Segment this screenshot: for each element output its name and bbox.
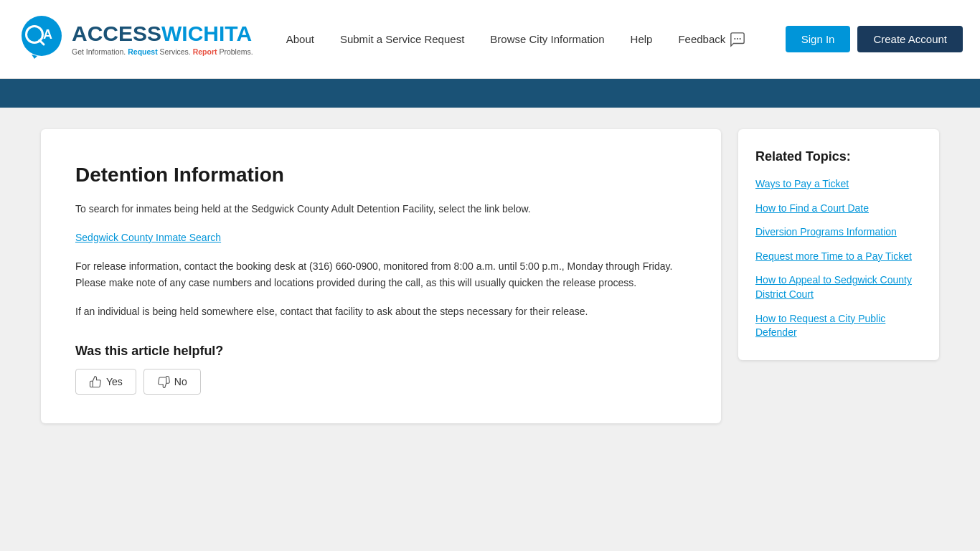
helpful-section: Was this article helpful? Yes No [75, 344, 687, 395]
feedback-icon [730, 32, 745, 47]
article-para3: If an individual is being held somewhere… [75, 303, 687, 321]
related-title: Related Topics: [755, 149, 922, 164]
create-account-button[interactable]: Create Account [857, 26, 963, 52]
thumbs-down-icon [157, 375, 170, 388]
logo-icon: A ACCESSWICHITA Get Information. Request… [17, 14, 253, 63]
related-card: Related Topics: Ways to Pay a Ticket How… [738, 129, 939, 360]
nav-about[interactable]: About [276, 27, 324, 51]
related-link-4[interactable]: How to Appeal to Sedgwick County Distric… [755, 274, 912, 300]
article-title: Detention Information [75, 164, 687, 187]
svg-point-7 [737, 37, 738, 39]
header-buttons: Sign In Create Account [786, 26, 963, 52]
article-para2: For release information, contact the boo… [75, 258, 687, 293]
related-link-5[interactable]: How to Request a City Public Defender [755, 313, 885, 339]
yes-label: Yes [106, 376, 123, 387]
inmate-search-link[interactable]: Sedgwick County Inmate Search [75, 232, 221, 243]
svg-point-8 [740, 37, 741, 39]
related-link-2[interactable]: Diversion Programs Information [755, 226, 897, 237]
related-link-3[interactable]: Request more Time to a Pay Ticket [755, 250, 912, 262]
logo-access: ACCESS [72, 22, 161, 46]
logo-text-block: ACCESSWICHITA Get Information. Request S… [72, 22, 253, 56]
helpful-title: Was this article helpful? [75, 344, 687, 359]
header: A ACCESSWICHITA Get Information. Request… [0, 0, 980, 79]
nav-help[interactable]: Help [621, 27, 663, 51]
signin-button[interactable]: Sign In [786, 26, 851, 52]
svg-point-6 [735, 37, 736, 39]
related-item-2[interactable]: Diversion Programs Information [755, 225, 922, 240]
logo-tagline: Get Information. Request Services. Repor… [72, 47, 253, 56]
yes-button[interactable]: Yes [75, 369, 136, 395]
related-list: Ways to Pay a Ticket How to Find a Court… [755, 177, 922, 340]
related-link-0[interactable]: Ways to Pay a Ticket [755, 178, 849, 189]
logo-wichita: WICHITA [161, 22, 252, 46]
nav: About Submit a Service Request Browse Ci… [276, 26, 774, 53]
svg-text:A: A [43, 27, 52, 42]
no-label: No [174, 376, 187, 387]
thumbs-up-icon [89, 375, 102, 388]
article-card: Detention Information To search for inma… [41, 129, 721, 423]
logo-area[interactable]: A ACCESSWICHITA Get Information. Request… [17, 14, 253, 65]
article-para1: To search for inmates being held at the … [75, 201, 687, 218]
banner [0, 79, 980, 108]
related-item-4[interactable]: How to Appeal to Sedgwick County Distric… [755, 273, 922, 301]
logo-circle: A [17, 14, 66, 63]
nav-browse-city[interactable]: Browse City Information [480, 27, 614, 51]
helpful-buttons: Yes No [75, 369, 687, 395]
nav-feedback[interactable]: Feedback [668, 26, 755, 53]
related-item-0[interactable]: Ways to Pay a Ticket [755, 177, 922, 192]
main-content: Detention Information To search for inma… [24, 108, 956, 466]
related-item-3[interactable]: Request more Time to a Pay Ticket [755, 250, 922, 264]
related-item-5[interactable]: How to Request a City Public Defender [755, 312, 922, 340]
related-item-1[interactable]: How to Find a Court Date [755, 202, 922, 216]
no-button[interactable]: No [143, 369, 201, 395]
nav-submit-service[interactable]: Submit a Service Request [330, 27, 474, 51]
feedback-label: Feedback [678, 33, 725, 45]
article-body: To search for inmates being held at the … [75, 201, 687, 321]
related-link-1[interactable]: How to Find a Court Date [755, 202, 869, 214]
